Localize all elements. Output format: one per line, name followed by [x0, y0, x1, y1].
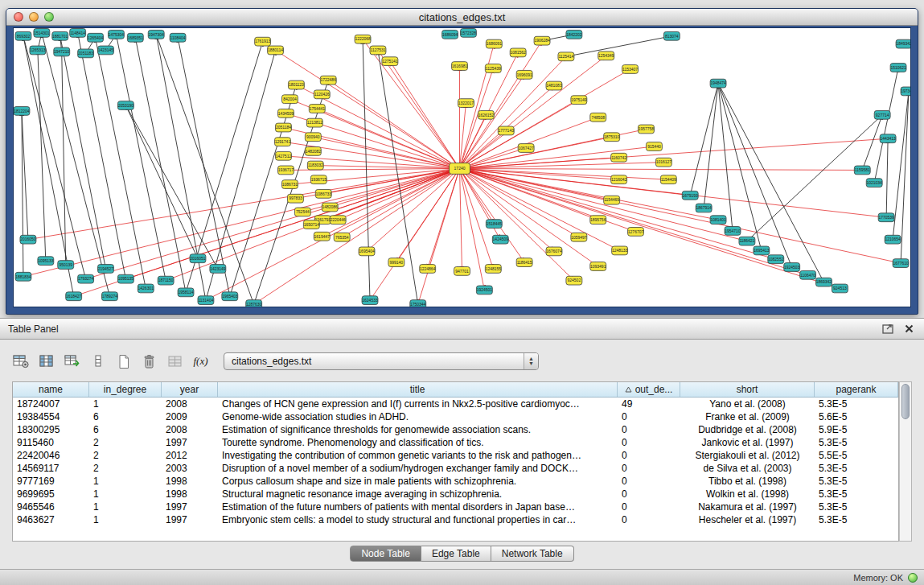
column-header-out_degree[interactable]: out_de... [618, 382, 680, 397]
network-node[interactable]: 1210654 [885, 235, 901, 244]
new-table-icon[interactable] [113, 351, 134, 372]
network-node[interactable]: 1626152 [478, 110, 494, 119]
network-node[interactable]: 2194527 [98, 265, 114, 274]
network-node[interactable]: 1689351 [127, 33, 143, 42]
network-node[interactable]: 1081562 [510, 48, 526, 57]
network-node[interactable]: 1770539 [878, 213, 894, 222]
network-node[interactable]: 924502 [566, 276, 582, 285]
float-panel-icon[interactable] [881, 323, 895, 336]
network-node[interactable]: 1881834 [15, 272, 31, 281]
scrollbar-thumb[interactable] [901, 384, 910, 419]
network-edge[interactable] [460, 163, 664, 169]
network-node[interactable]: 1322017 [458, 99, 474, 108]
network-node[interactable]: 1186421 [739, 237, 755, 245]
network-hub-node[interactable]: 17240 [450, 163, 470, 175]
network-node[interactable]: 924513 [832, 284, 848, 293]
network-node[interactable]: 1881701 [52, 31, 68, 40]
network-edge[interactable] [322, 168, 459, 236]
network-edge[interactable] [460, 168, 863, 170]
delete-table-icon[interactable] [138, 351, 160, 372]
network-node[interactable]: 2220446 [330, 216, 346, 225]
network-node[interactable]: 1086733 [315, 189, 331, 198]
network-node[interactable]: 1434509 [278, 109, 294, 117]
network-node[interactable]: 1081401 [710, 216, 726, 225]
network-node[interactable]: 927714 [874, 110, 890, 119]
network-node[interactable]: 1254349 [598, 51, 614, 60]
network-table-select[interactable]: citations_edges.txt ▲▼ [224, 352, 539, 370]
network-edge[interactable] [378, 50, 460, 168]
network-node[interactable]: 842004 [282, 95, 298, 104]
tab-node-table[interactable]: Node Table [350, 546, 421, 562]
network-node[interactable]: 1957758 [639, 125, 655, 134]
network-node[interactable]: 1871150 [158, 276, 174, 285]
network-node[interactable]: 1248155 [485, 265, 501, 274]
table-row[interactable]: 946362711997Embryonic stem cells: a mode… [13, 513, 898, 526]
tab-edge-table[interactable]: Edge Table [421, 546, 491, 562]
network-node[interactable]: 1287630 [246, 300, 262, 307]
column-header-year[interactable]: year [162, 382, 218, 397]
network-node[interactable]: 1754441 [309, 105, 325, 113]
network-node[interactable]: 2051184 [276, 123, 292, 132]
network-node[interactable]: 1875310 [604, 133, 620, 142]
column-header-in_degree[interactable]: in_degree [89, 382, 162, 397]
network-node[interactable]: 1677610 [893, 259, 909, 268]
network-node[interactable]: 1924503 [784, 263, 800, 272]
network-edge[interactable] [323, 168, 459, 193]
network-node[interactable]: 1679193 [682, 191, 698, 200]
network-edge[interactable] [718, 84, 733, 231]
network-node[interactable]: 1426301 [138, 284, 154, 293]
network-edge[interactable] [893, 91, 909, 239]
network-node[interactable]: 1924501 [476, 286, 492, 295]
network-node[interactable]: 1120426 [314, 90, 330, 99]
network-node[interactable]: 1947210 [54, 47, 70, 56]
network-node[interactable]: 1183032 [307, 161, 323, 170]
network-edge[interactable] [901, 91, 909, 263]
network-edge[interactable] [690, 84, 718, 196]
network-edge[interactable] [125, 105, 217, 269]
network-edge[interactable] [38, 50, 46, 261]
network-node[interactable]: 1936717 [278, 166, 294, 175]
network-edge[interactable] [390, 61, 460, 168]
network-node[interactable]: 2053190 [117, 101, 133, 110]
network-node[interactable]: 1160742 [611, 153, 627, 162]
function-builder-button[interactable]: f(x) [190, 351, 211, 372]
network-edge[interactable] [62, 51, 66, 265]
column-header-name[interactable]: name [13, 382, 89, 397]
network-node[interactable]: 1222068 [355, 35, 371, 43]
network-node[interactable]: 1423149 [210, 265, 226, 274]
network-node[interactable]: 1059497 [571, 233, 587, 241]
network-node[interactable]: 1154469 [604, 196, 620, 204]
network-edge[interactable] [874, 68, 898, 183]
network-node[interactable]: 915440 [646, 142, 662, 151]
network-node[interactable]: 1475304 [108, 30, 124, 39]
network-node[interactable]: 1127531 [370, 46, 386, 55]
network-node[interactable]: 1947304 [148, 30, 164, 39]
window-titlebar[interactable]: citations_edges.txt [6, 9, 918, 26]
network-edge[interactable] [460, 168, 840, 288]
network-node[interactable]: 813074 [663, 31, 680, 40]
network-node[interactable]: 1849342 [896, 39, 910, 48]
network-edge[interactable] [367, 168, 459, 251]
network-node[interactable]: 1572328 [461, 28, 477, 37]
network-node[interactable]: 1686094 [442, 30, 458, 39]
table-row[interactable]: 1872400712008Changes of HCN gene express… [13, 398, 898, 410]
network-node[interactable]: 1067427 [518, 144, 534, 153]
network-node[interactable]: 947701 [454, 267, 470, 276]
network-node[interactable]: 1948474 [710, 79, 726, 88]
network-node[interactable]: 1696091 [516, 70, 532, 79]
network-node[interactable]: 1095133 [38, 257, 54, 266]
network-node[interactable]: 1159581 [854, 166, 870, 175]
network-node[interactable]: 1812204 [14, 107, 30, 116]
network-node[interactable]: 1624533 [362, 296, 378, 305]
network-edge[interactable] [363, 39, 370, 300]
network-edge[interactable] [313, 137, 459, 168]
network-node[interactable]: 1514301 [34, 28, 50, 37]
close-panel-icon[interactable] [901, 323, 916, 336]
network-node[interactable]: 1686091 [486, 39, 502, 48]
network-graph[interactable]: 1724016169811125439169609114810831975149… [14, 28, 910, 307]
network-node[interactable]: 1954710 [725, 227, 741, 236]
network-node[interactable]: 1186415 [516, 258, 532, 267]
rows-icon[interactable] [87, 351, 109, 372]
network-node[interactable]: 1618427 [66, 292, 82, 301]
network-node[interactable]: 1895756 [590, 216, 606, 225]
